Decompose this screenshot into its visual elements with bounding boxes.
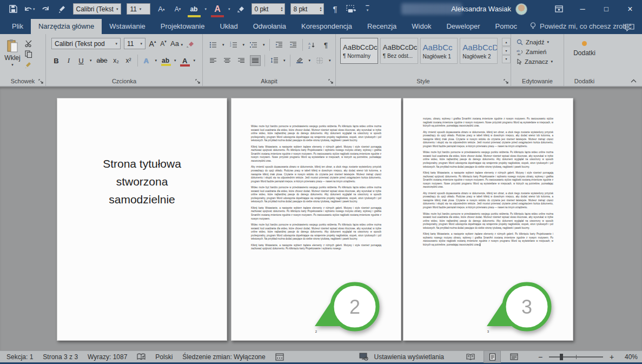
avatar[interactable] [515,3,527,15]
addins-button[interactable]: Dodatki [564,38,605,57]
save-icon[interactable] [8,3,18,16]
text-effects-button[interactable]: A [143,57,150,65]
styles-scroll-up-icon[interactable]: ▴ [502,38,511,46]
style-normalny[interactable]: AaBbCcDc ¶ Normalny [340,38,378,64]
paragraph-dialog-launcher-icon[interactable] [328,79,333,84]
spinner-arrows-icon[interactable]: ▴▾ [320,6,321,12]
superscript-button[interactable]: x² [125,57,133,64]
show-formatting-marks-button[interactable]: ¶ [329,3,340,16]
find-button[interactable]: Znajdź▾ [511,38,564,48]
tab-korespondencja[interactable]: Korespondencja [294,19,360,34]
style-naglowek-1[interactable]: AaBbCc Nagłówek 1 [420,38,458,64]
styles-scroll-down-icon[interactable]: ▾ [502,47,511,55]
sort-button[interactable]: AZ [307,40,317,50]
qat-font-name-combo[interactable]: Calibri (Tekst▾ [73,3,122,15]
tell-me-box[interactable]: Powiedz mi, co chcesz zrobić [525,22,637,34]
status-section[interactable]: Sekcja: 1 [6,353,33,361]
screenshot-icon[interactable] [346,3,356,16]
collapse-ribbon-icon[interactable] [631,79,637,83]
shrink-font-button[interactable]: A▾ [160,39,167,48]
styles-dialog-launcher-icon[interactable] [504,79,508,84]
document-canvas[interactable]: Strona tytułowa stworzona samodzielnie W… [0,87,642,350]
underline-button[interactable]: U [77,57,85,65]
minimize-button[interactable]: ─ [571,0,594,18]
tab-wstawianie[interactable]: Wstawianie [102,19,153,34]
status-language[interactable]: Polski [155,353,173,361]
spacing-before-spinner[interactable]: 0 pkt ▴▾ [251,3,285,15]
tab-recenzja[interactable]: Recenzja [360,19,404,34]
account-area[interactable]: Aleksandra Wasiak [451,0,527,18]
clear-formatting-icon[interactable] [235,3,246,16]
display-settings-label[interactable]: Ustawienia wyświetlania [374,353,444,361]
copy-icon[interactable] [25,50,32,58]
customize-qat-icon[interactable]: ▔▾ [362,3,373,16]
justify-button[interactable] [250,56,260,65]
line-spacing-dropdown-icon[interactable]: ▾ [283,58,286,63]
shading-dropdown-icon[interactable]: ▾ [309,58,311,63]
tab-plik[interactable]: Plik [4,19,31,34]
multilevel-dropdown-icon[interactable]: ▾ [263,43,265,47]
underline-dropdown-icon[interactable]: ▾ [90,58,92,63]
strikethrough-button[interactable]: abe [97,57,108,64]
tab-deweloper[interactable]: Deweloper [439,19,487,34]
zoom-out-button[interactable]: − [537,353,544,361]
font-dialog-launcher-icon[interactable] [195,79,200,84]
status-page[interactable]: Strona 3 z 3 [43,353,78,361]
multilevel-list-button[interactable] [249,40,259,50]
status-words[interactable]: Wyrazy: 1087 [88,353,127,361]
highlight-color-button[interactable]: ab [162,57,169,64]
font-color-dropdown-icon[interactable]: ▾ [194,58,196,63]
align-center-button[interactable] [222,56,232,65]
status-track-changes[interactable]: Śledzenie zmian: Wyłączone [182,353,265,361]
page-1[interactable]: Strona tytułowa stworzona samodzielnie [57,98,227,341]
tab-narzedzia-glowne[interactable]: Narzędzia główne [31,19,102,34]
clear-formatting-icon[interactable] [186,40,195,48]
grow-font-button[interactable]: A▴ [149,39,156,48]
bullet-list-button[interactable] [208,40,218,50]
close-button[interactable]: × [618,0,642,18]
styles-more-icon[interactable]: ▾ [502,55,511,63]
font-name-combo[interactable]: Calibri (Tekst pod▾ [51,38,121,49]
read-mode-view-button[interactable] [462,351,479,362]
decrease-indent-button[interactable] [274,40,284,50]
qat-font-size-combo[interactable]: 11▾ [127,3,150,15]
zoom-in-button[interactable]: + [608,353,615,361]
format-painter-small-icon[interactable] [25,61,32,68]
numbered-list-button[interactable]: 12 [229,40,239,50]
zoom-percentage[interactable]: 40% [620,353,638,361]
tab-uklad[interactable]: Układ [212,19,245,34]
line-spacing-button[interactable] [269,56,279,65]
tab-widok[interactable]: Widok [404,19,439,34]
replace-button[interactable]: abac Zamień [511,48,564,57]
tab-pomoc[interactable]: Pomoc [488,19,525,34]
format-painter-icon[interactable] [57,3,68,16]
undo-dropdown-icon[interactable]: ▾ [33,7,35,11]
font-color-button[interactable]: A [181,57,189,65]
borders-button[interactable] [315,56,325,65]
highlight-color-button[interactable]: ab [188,3,199,16]
paste-dropdown-icon[interactable]: ▾ [11,63,14,67]
shading-button[interactable] [295,56,305,65]
tab-projektowanie[interactable]: Projektowanie [153,19,213,34]
bold-button[interactable]: B [52,57,60,65]
increase-indent-button[interactable] [288,40,298,50]
style-naglowek-2[interactable]: AaBbCcD Nagłówek 2 [460,38,498,64]
zoom-slider[interactable] [549,356,603,358]
print-layout-view-button[interactable] [484,351,500,362]
font-color-button[interactable]: A [212,3,223,16]
proofing-icon[interactable] [137,353,145,361]
text-effects-dropdown-icon[interactable]: ▾ [155,58,157,63]
web-layout-view-button[interactable] [506,351,522,362]
maximize-button[interactable]: □ [594,0,618,18]
redo-button[interactable] [41,3,51,16]
grow-font-button[interactable]: A▴ [156,3,167,16]
font-color-dropdown-icon[interactable]: ▾ [228,7,230,11]
font-size-combo[interactable]: 11▾ [124,38,145,49]
spinner-arrows-icon[interactable]: ▴▾ [281,6,282,12]
italic-button[interactable]: I [65,56,72,65]
highlight-dropdown-icon[interactable]: ▾ [174,58,176,63]
numbering-dropdown-icon[interactable]: ▾ [243,43,245,47]
subscript-button[interactable]: x₂ [112,57,120,64]
undo-button[interactable]: ▾ [24,3,35,16]
cut-icon[interactable] [25,40,33,47]
